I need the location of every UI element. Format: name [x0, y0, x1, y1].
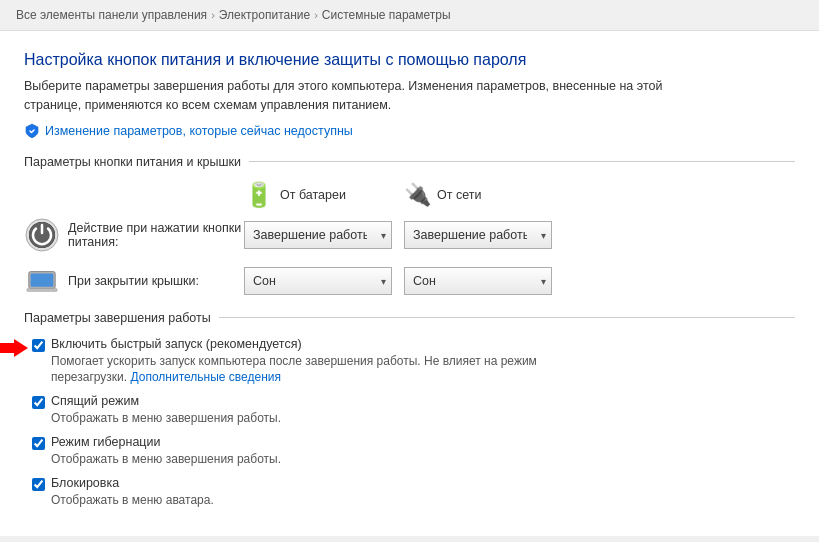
page-description: Выберите параметры завершения работы для…: [24, 77, 704, 115]
shutdown-section: Параметры завершения работы Включить быс…: [24, 311, 795, 509]
hibernate-desc: Отображать в меню завершения работы.: [51, 451, 795, 468]
power-button-network-dropdown[interactable]: Завершение работы Сон Гибернация Ничего …: [404, 221, 552, 249]
shutdown-item-sleep: Спящий режим Отображать в меню завершени…: [32, 394, 795, 427]
sleep-content: Спящий режим Отображать в меню завершени…: [51, 394, 795, 427]
shield-icon: [24, 123, 40, 139]
lid-close-row: При закрытии крышки: Сон Завершение рабо…: [24, 263, 795, 299]
lid-close-battery-dropdown-wrap: Сон Завершение работы Гибернация Ничего …: [244, 267, 392, 295]
shutdown-item-lock: Блокировка Отображать в меню аватара.: [32, 476, 795, 509]
page-title: Настройка кнопок питания и включение защ…: [24, 51, 795, 69]
breadcrumb-item-2[interactable]: Электропитание: [219, 8, 310, 22]
power-button-label: Действие при нажатии кнопки питания:: [68, 221, 244, 249]
breadcrumb-item-1[interactable]: Все элементы панели управления: [16, 8, 207, 22]
power-buttons-section: Параметры кнопки питания и крышки 🔋 От б…: [24, 155, 795, 299]
power-button-battery-dropdown-wrap: Завершение работы Сон Гибернация Ничего …: [244, 221, 392, 249]
lid-icon: [24, 263, 60, 299]
hibernate-label: Режим гибернации: [51, 435, 795, 449]
sleep-label: Спящий режим: [51, 394, 795, 408]
section-header-shutdown: Параметры завершения работы: [24, 311, 795, 325]
fast-startup-desc-1: Помогает ускорить запуск компьютера посл…: [51, 354, 537, 368]
svg-marker-6: [0, 339, 28, 357]
power-button-network-dropdown-wrap: Завершение работы Сон Гибернация Ничего …: [404, 221, 552, 249]
lid-close-label: При закрытии крышки:: [68, 274, 244, 288]
red-arrow-indicator: [0, 337, 28, 359]
section-header-power: Параметры кнопки питания и крышки: [24, 155, 795, 169]
fast-startup-checkbox[interactable]: [32, 339, 45, 352]
lid-close-battery-dropdown[interactable]: Сон Завершение работы Гибернация Ничего …: [244, 267, 392, 295]
power-table-header: 🔋 От батареи 🔌 От сети: [244, 181, 795, 209]
hibernate-content: Режим гибернации Отображать в меню завер…: [51, 435, 795, 468]
breadcrumb-item-3: Системные параметры: [322, 8, 451, 22]
shutdown-item-hibernate: Режим гибернации Отображать в меню завер…: [32, 435, 795, 468]
breadcrumb-sep-1: ›: [211, 9, 215, 21]
fast-startup-desc-2: перезагрузки.: [51, 370, 127, 384]
main-content: Настройка кнопок питания и включение защ…: [0, 31, 819, 536]
power-button-row: Действие при нажатии кнопки питания: Зав…: [24, 217, 795, 253]
hibernate-checkbox[interactable]: [32, 437, 45, 450]
battery-icon: 🔋: [244, 181, 274, 209]
network-col-header: 🔌 От сети: [404, 181, 564, 209]
change-link-text: Изменение параметров, которые сейчас нед…: [45, 124, 353, 138]
shutdown-items: Включить быстрый запуск (рекомендуется) …: [32, 337, 795, 509]
battery-label: От батареи: [280, 188, 346, 202]
svg-rect-4: [31, 273, 54, 286]
battery-col-header: 🔋 От батареи: [244, 181, 404, 209]
breadcrumb-bar: Все элементы панели управления › Электро…: [0, 0, 819, 31]
change-unavailable-link[interactable]: Изменение параметров, которые сейчас нед…: [24, 123, 795, 139]
lock-content: Блокировка Отображать в меню аватара.: [51, 476, 795, 509]
lid-close-network-dropdown[interactable]: Сон Завершение работы Гибернация Ничего …: [404, 267, 552, 295]
more-info-link[interactable]: Дополнительные сведения: [130, 370, 280, 384]
fast-startup-label: Включить быстрый запуск (рекомендуется): [51, 337, 795, 351]
power-button-battery-dropdown[interactable]: Завершение работы Сон Гибернация Ничего …: [244, 221, 392, 249]
lock-desc: Отображать в меню аватара.: [51, 492, 795, 509]
lock-checkbox[interactable]: [32, 478, 45, 491]
sleep-checkbox[interactable]: [32, 396, 45, 409]
svg-rect-5: [27, 288, 57, 291]
network-label: От сети: [437, 188, 481, 202]
breadcrumb-sep-2: ›: [314, 9, 318, 21]
lid-close-network-dropdown-wrap: Сон Завершение работы Гибернация Ничего …: [404, 267, 552, 295]
power-plug-icon: 🔌: [404, 182, 431, 208]
power-btn-icon: [24, 217, 60, 253]
sleep-desc: Отображать в меню завершения работы.: [51, 410, 795, 427]
lock-label: Блокировка: [51, 476, 795, 490]
shutdown-item-fast-startup: Включить быстрый запуск (рекомендуется) …: [32, 337, 795, 387]
fast-startup-desc: Помогает ускорить запуск компьютера посл…: [51, 353, 795, 387]
fast-startup-content: Включить быстрый запуск (рекомендуется) …: [51, 337, 795, 387]
